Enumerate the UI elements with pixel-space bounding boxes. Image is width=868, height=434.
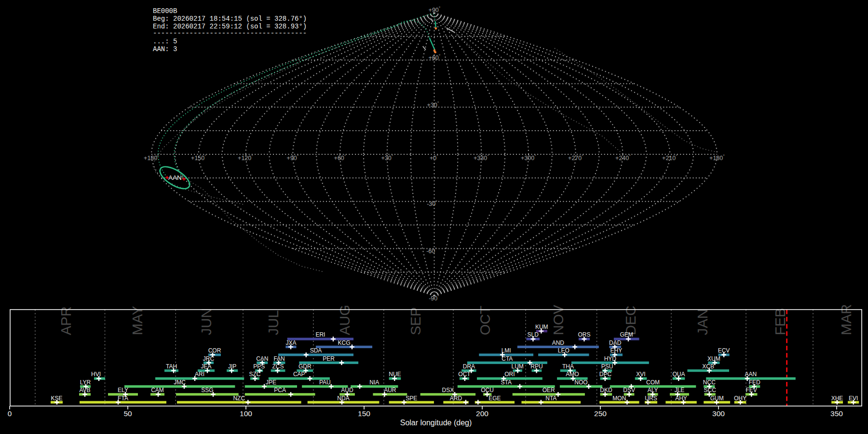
svg-text:XCB: XCB <box>702 363 714 370</box>
svg-text:...: 5: ...: 5 <box>153 38 177 45</box>
svg-text:APR: APR <box>58 306 74 335</box>
svg-text:+150°: +150° <box>191 154 206 162</box>
svg-text:0: 0 <box>8 409 12 418</box>
svg-text:PSU: PSU <box>601 363 613 370</box>
svg-text:AMO: AMO <box>566 371 579 378</box>
svg-text:JLE: JLE <box>675 387 685 393</box>
svg-text:+180°: +180° <box>144 154 159 162</box>
svg-text:150: 150 <box>358 409 370 418</box>
svg-text:350: 350 <box>830 409 843 418</box>
svg-text:GEM: GEM <box>620 331 633 338</box>
svg-text:JAN: JAN <box>695 309 710 335</box>
svg-text:OER: OER <box>542 387 555 393</box>
svg-text:CAM: CAM <box>151 387 164 393</box>
svg-text:ERI: ERI <box>315 331 325 338</box>
svg-text:AAN: AAN <box>745 371 757 378</box>
svg-text:SEP: SEP <box>408 307 423 335</box>
svg-text:AHY: AHY <box>675 395 687 402</box>
svg-text:EGE: EGE <box>488 395 501 402</box>
svg-text:ORI: ORI <box>504 371 515 378</box>
svg-text:KCG: KCG <box>338 339 350 346</box>
svg-text:COM: COM <box>646 379 660 386</box>
svg-text:DRA: DRA <box>463 363 475 370</box>
svg-text:CTA: CTA <box>502 355 513 362</box>
svg-text:Solar longitude (deg): Solar longitude (deg) <box>400 419 472 427</box>
svg-text:LEO: LEO <box>558 347 570 354</box>
svg-text:DEC: DEC <box>623 306 638 335</box>
svg-text:ELY: ELY <box>118 387 128 393</box>
svg-text:GDR: GDR <box>298 363 312 370</box>
svg-text:------------------------------: -------------------------------------- <box>153 29 307 37</box>
svg-text:Beg: 20260217 18:54:15 (sol =: Beg: 20260217 18:54:15 (sol = 328.76°) <box>153 15 307 23</box>
svg-text:300: 300 <box>712 409 725 418</box>
svg-text:MON: MON <box>612 395 626 402</box>
svg-text:STA: STA <box>501 379 511 386</box>
svg-text:NTA: NTA <box>545 395 556 402</box>
svg-text:SSG: SSG <box>201 387 213 393</box>
svg-text:FEB: FEB <box>773 308 788 335</box>
svg-text:XUM: XUM <box>707 355 720 362</box>
svg-text:THA: THA <box>562 363 574 370</box>
svg-text:+270°: +270° <box>568 154 583 162</box>
svg-text:+120°: +120° <box>238 154 253 162</box>
svg-text:+330°: +330° <box>474 154 489 162</box>
svg-text:DKD: DKD <box>600 387 612 393</box>
svg-text:URS: URS <box>645 395 657 402</box>
svg-text:PER: PER <box>323 355 335 362</box>
svg-text:NIA: NIA <box>369 379 379 386</box>
svg-text:ARD: ARD <box>450 395 462 402</box>
svg-text:+240°: +240° <box>615 154 631 162</box>
svg-text:+210°: +210° <box>662 154 678 162</box>
svg-text:SDA: SDA <box>310 347 322 354</box>
svg-text:TAH: TAH <box>166 363 177 370</box>
svg-text:AAN: 3: AAN: 3 <box>153 45 177 53</box>
svg-text:50: 50 <box>123 409 132 418</box>
svg-text:200: 200 <box>476 409 488 418</box>
svg-text:JEA: JEA <box>201 363 211 370</box>
svg-text:AND: AND <box>552 339 565 346</box>
svg-text:250: 250 <box>594 409 607 418</box>
svg-text:BE000B: BE000B <box>153 7 177 15</box>
svg-text:EHY: EHY <box>610 347 623 354</box>
svg-text:100: 100 <box>240 409 252 418</box>
svg-text:DSX: DSX <box>442 387 454 393</box>
svg-text:NOO: NOO <box>574 379 587 386</box>
svg-text:PCA: PCA <box>274 387 286 393</box>
svg-text:JUN: JUN <box>199 308 214 335</box>
svg-text:+300°: +300° <box>521 154 536 162</box>
svg-text:SCC: SCC <box>704 387 717 393</box>
svg-text:JPE: JPE <box>266 379 276 386</box>
svg-text:PPS: PPS <box>253 363 265 370</box>
svg-text:MAR: MAR <box>839 304 854 335</box>
svg-text:NZC: NZC <box>233 395 245 402</box>
svg-text:ARI: ARI <box>195 371 204 378</box>
svg-text:AAN: AAN <box>168 174 182 181</box>
svg-text:SPE: SPE <box>406 395 417 402</box>
svg-text:JUL: JUL <box>266 310 281 335</box>
svg-text:AUR: AUR <box>384 387 396 393</box>
svg-text:COR: COR <box>208 347 221 354</box>
svg-text:JIP: JIP <box>228 363 236 370</box>
svg-text:MAY: MAY <box>130 306 145 335</box>
svg-text:FTA: FTA <box>118 395 128 402</box>
svg-text:CAP: CAP <box>293 371 305 378</box>
svg-text:PAU: PAU <box>319 379 331 386</box>
svg-text:+180°: +180° <box>709 154 725 162</box>
svg-text:NOV: NOV <box>551 305 566 336</box>
